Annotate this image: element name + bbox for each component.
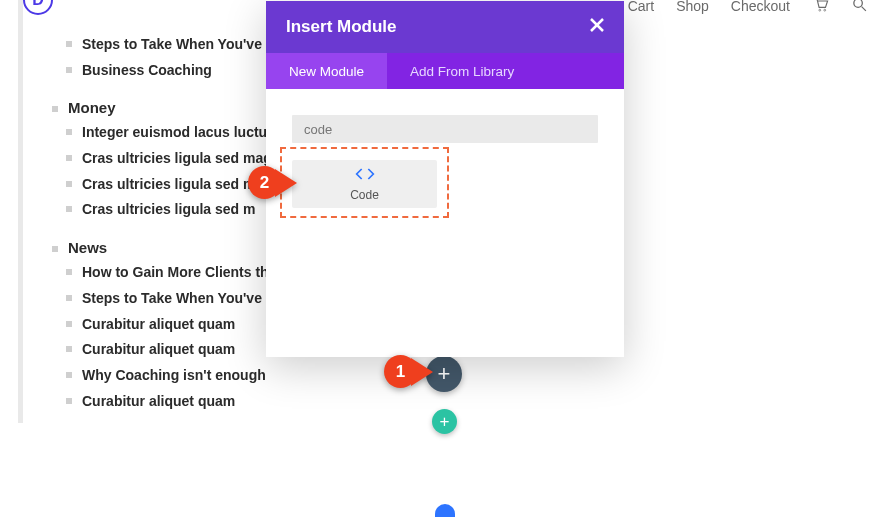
insert-module-modal: Insert Module New Module Add From Librar… (266, 1, 624, 357)
search-icon[interactable] (851, 0, 868, 16)
svg-point-1 (824, 9, 826, 11)
cart-icon[interactable] (812, 0, 829, 16)
add-section-button[interactable]: + (432, 409, 457, 434)
top-nav: Cart Shop Checkout (628, 0, 868, 16)
nav-checkout[interactable]: Checkout (731, 0, 790, 14)
svg-point-0 (819, 9, 821, 11)
module-search-input[interactable]: code (292, 115, 598, 143)
modal-tabs: New Module Add From Library (266, 53, 624, 89)
add-module-indicator[interactable] (435, 504, 455, 517)
svg-line-3 (862, 7, 866, 11)
divi-logo: D (23, 0, 53, 15)
annotation-callout-1: 1 (384, 355, 433, 388)
modal-header: Insert Module (266, 1, 624, 53)
code-icon (355, 167, 375, 185)
svg-point-2 (854, 0, 863, 7)
nav-shop[interactable]: Shop (676, 0, 709, 14)
tab-add-from-library[interactable]: Add From Library (387, 53, 537, 89)
tab-new-module[interactable]: New Module (266, 53, 387, 89)
module-tile-label: Code (350, 188, 379, 202)
annotation-callout-2: 2 (248, 166, 297, 199)
close-icon[interactable] (590, 17, 604, 37)
nav-cart[interactable]: Cart (628, 0, 654, 14)
list-item[interactable]: Curabitur aliquet quam (52, 389, 472, 415)
modal-body: code Code (266, 89, 624, 234)
module-tile-code[interactable]: Code (292, 160, 437, 208)
modal-title: Insert Module (286, 17, 397, 37)
